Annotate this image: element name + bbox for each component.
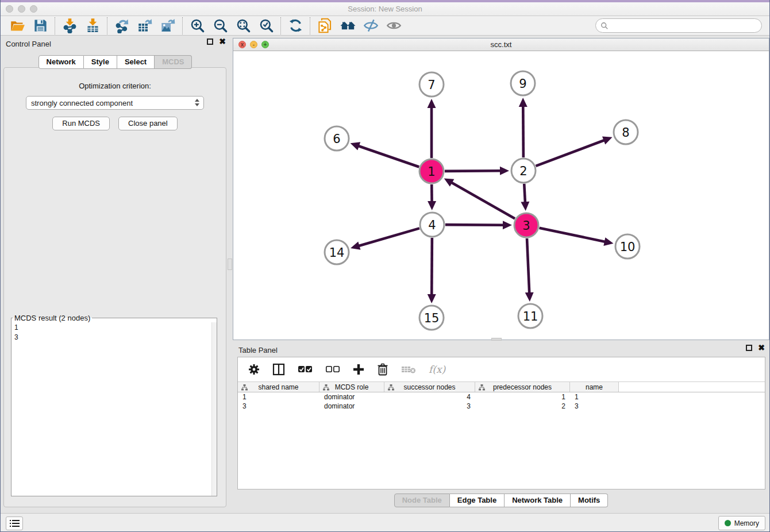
zoom-selected-button[interactable] [255, 17, 278, 34]
zoom-fit-button[interactable] [232, 17, 255, 34]
close-panel-icon[interactable]: ✖ [219, 38, 226, 45]
mcds-result-box: MCDS result (2 nodes) 13 [11, 314, 217, 496]
edge-4-3[interactable] [445, 225, 504, 225]
tab-network-table[interactable]: Network Table [505, 494, 571, 507]
gear-icon [248, 364, 260, 375]
home-button[interactable] [336, 17, 359, 34]
zoom-out-button[interactable] [209, 17, 232, 34]
eye-slash-icon [363, 18, 379, 33]
network-view-window: x - + scc.txt 7968124314101511 [233, 38, 769, 340]
run-mcds-button[interactable]: Run MCDS [52, 117, 110, 130]
close-panel-button[interactable]: Close panel [118, 117, 178, 130]
arrowhead-icon [500, 167, 509, 175]
save-session-button[interactable] [29, 17, 52, 34]
cell-MCDS-role[interactable]: dominator [319, 392, 384, 402]
table-settings-button[interactable] [248, 364, 260, 375]
toggle-panes-button[interactable] [272, 363, 285, 376]
column-header-shared-name[interactable]: shared name [238, 382, 319, 392]
task-history-button[interactable] [6, 516, 23, 530]
network-canvas[interactable]: 7968124314101511 [233, 51, 769, 340]
refresh-button[interactable] [284, 17, 307, 34]
tab-node-table[interactable]: Node Table [394, 494, 450, 507]
search-input[interactable] [611, 22, 755, 30]
hierarchy-icon [241, 384, 248, 391]
show-details-button[interactable] [382, 17, 405, 34]
hierarchy-icon [388, 384, 394, 391]
memory-button[interactable]: Memory [718, 516, 765, 530]
cell-predecessor-nodes[interactable]: 2 [475, 402, 570, 411]
delete-table-button[interactable] [401, 365, 416, 374]
edge-1-2[interactable] [445, 171, 501, 171]
edge-3-10[interactable] [540, 228, 606, 242]
edge-3-1[interactable] [451, 182, 515, 218]
cell-MCDS-role[interactable]: dominator [319, 402, 384, 411]
import-table-button[interactable] [81, 17, 104, 34]
tab-mcds[interactable]: MCDS [155, 55, 192, 69]
unchecked-boxes-icon [325, 365, 340, 373]
tab-select[interactable]: Select [117, 55, 155, 69]
import-network-button[interactable] [58, 17, 81, 34]
hide-details-button[interactable] [359, 17, 382, 34]
criterion-value: strongly connected component [31, 99, 133, 107]
cell-name[interactable]: 3 [570, 402, 619, 411]
criterion-dropdown[interactable]: strongly connected component [26, 96, 204, 110]
column-header-predecessor-nodes[interactable]: predecessor nodes [475, 382, 570, 392]
plus-icon [353, 364, 364, 375]
control-panel: Control Panel ✖ NetworkStyleSelectMCDS O… [0, 36, 230, 513]
cell-shared-name[interactable]: 1 [238, 392, 319, 402]
network-file-icon [317, 18, 333, 33]
cell-predecessor-nodes[interactable]: 1 [475, 392, 570, 402]
zoom-in-button[interactable] [186, 17, 209, 34]
edge-2-9[interactable] [523, 106, 523, 157]
arrowhead-icon [428, 294, 436, 303]
edge-4-14[interactable] [358, 228, 419, 246]
app-title: Session: New Session [0, 5, 770, 13]
vertical-splitter-handle[interactable] [228, 259, 232, 270]
export-image-button[interactable] [156, 17, 179, 34]
eye-icon [386, 18, 402, 33]
unselect-all-columns-button[interactable] [325, 365, 340, 373]
add-row-button[interactable] [353, 364, 364, 375]
tab-edge-table[interactable]: Edge Table [450, 494, 505, 507]
cell-name[interactable]: 1 [570, 392, 619, 402]
node-label-10: 10 [620, 240, 636, 254]
node-label-8: 8 [622, 126, 629, 140]
tab-style[interactable]: Style [84, 55, 117, 69]
network-graph[interactable]: 7968124314101511 [233, 51, 769, 340]
network-title: scc.txt [233, 40, 769, 49]
cell-successor-nodes[interactable]: 3 [384, 402, 475, 411]
toolbar-separator [107, 17, 107, 34]
function-builder-button[interactable]: f(x) [429, 364, 445, 375]
edge-2-3[interactable] [524, 184, 525, 203]
open-session-button[interactable] [6, 17, 29, 34]
tab-motifs[interactable]: Motifs [571, 494, 608, 507]
zoom-selected-icon [259, 18, 274, 33]
tab-network[interactable]: Network [38, 55, 84, 69]
close-table-panel-icon[interactable]: ✖ [758, 345, 765, 351]
table-row[interactable]: 1dominator411 [238, 392, 765, 402]
node-label-9: 9 [519, 77, 526, 91]
edge-1-6[interactable] [358, 146, 419, 167]
column-header-MCDS-role[interactable]: MCDS role [319, 382, 384, 392]
cell-shared-name[interactable]: 3 [238, 402, 319, 411]
edge-2-8[interactable] [536, 140, 605, 166]
save-floppy-icon [33, 18, 48, 33]
export-table-button[interactable] [133, 17, 156, 34]
float-panel-icon[interactable] [207, 38, 213, 45]
export-network-button[interactable] [110, 17, 133, 34]
column-header-name[interactable]: name [570, 382, 619, 392]
float-table-panel-icon[interactable] [746, 345, 752, 351]
cell-successor-nodes[interactable]: 4 [384, 392, 475, 402]
table-row[interactable]: 3dominator323 [238, 402, 765, 411]
control-panel-header: Control Panel ✖ [0, 36, 230, 52]
select-all-columns-button[interactable] [298, 365, 313, 373]
edge-4-15[interactable] [432, 238, 432, 295]
network-window-titlebar[interactable]: x - + scc.txt [233, 38, 769, 51]
delete-row-button[interactable] [377, 363, 388, 376]
search-field[interactable] [595, 18, 762, 33]
horizontal-splitter-handle[interactable] [491, 338, 502, 341]
result-scrollbar[interactable] [211, 322, 217, 496]
edge-3-11[interactable] [527, 238, 529, 294]
network-from-file-button[interactable] [313, 17, 336, 34]
column-header-successor-nodes[interactable]: successor nodes [384, 382, 475, 392]
